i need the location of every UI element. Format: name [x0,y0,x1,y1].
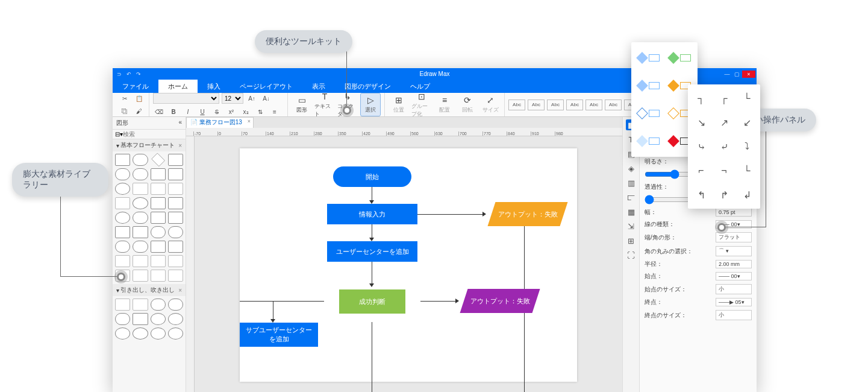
shape-item[interactable] [151,212,166,224]
shape-item[interactable] [133,154,148,166]
round-select[interactable]: ⌒ ▾ [716,246,752,256]
style-preset[interactable]: Abc [528,100,545,110]
shape-item[interactable] [115,197,130,209]
filter-icon[interactable]: ⊟▾ [115,131,123,138]
connector-style[interactable]: ↙ [737,112,757,133]
strip-layers2-icon[interactable]: ◈ [626,163,637,174]
node-output-fail-2[interactable]: アウトプット：失敗 [460,289,540,313]
shape-item[interactable] [168,313,183,325]
shape-item[interactable] [168,197,183,209]
shape-item[interactable] [133,168,148,180]
connector-style[interactable]: ┌ [714,88,734,109]
end-size-select[interactable]: 小 [716,310,752,320]
redo-icon[interactable]: ↷ [134,71,143,78]
connector-style[interactable]: ¬ [714,160,734,181]
copy-icon[interactable]: ⿻ [119,106,131,116]
shape-item[interactable] [151,270,166,282]
clear-format-icon[interactable]: ⌫ [153,106,165,117]
shape-item[interactable] [151,299,166,311]
shape-item[interactable] [168,270,183,282]
style-preset[interactable]: Abc [566,100,583,110]
strip-page-icon[interactable]: ▥ [626,177,637,188]
shape-item[interactable] [168,168,183,180]
menu-pagelayout[interactable]: ページレイアウト [230,80,302,93]
connector-style[interactable]: └ [737,160,757,181]
tool-align[interactable]: ≡配置 [434,93,455,116]
shape-item[interactable] [151,168,166,180]
section-callouts[interactable]: ▾ 引き出し、吹き出し × [113,284,186,296]
font-size-select[interactable]: 12 [222,93,243,104]
menu-view[interactable]: 表示 [302,80,335,93]
shape-item[interactable] [151,313,166,325]
node-output-fail-1[interactable]: アウトプット：失敗 [488,202,568,226]
shape-item[interactable] [133,313,148,325]
minimize-icon[interactable]: — [723,71,731,78]
strip-expand-icon[interactable]: ⛶ [626,250,637,261]
shape-item[interactable] [115,255,130,267]
document-tab[interactable]: 📄 業務フロー図13 [186,117,254,128]
subscript-icon[interactable]: x₂ [240,106,252,117]
palette-item[interactable] [635,46,663,70]
menu-insert[interactable]: 挿入 [198,80,230,93]
shape-item[interactable] [151,197,166,209]
spacing-icon[interactable]: ⇅ [254,106,266,117]
shape-item[interactable] [115,241,130,253]
tool-shape[interactable]: ▭図形 [292,93,312,116]
shape-item[interactable] [168,255,183,267]
connector-style[interactable]: ↱ [714,185,734,205]
shape-item[interactable] [168,299,183,311]
node-input[interactable]: 情報入力 [327,204,417,224]
style-preset[interactable]: Abc [605,100,622,110]
maximize-icon[interactable]: ▢ [732,71,741,78]
strip-arrange-icon[interactable]: ⊞ [626,235,637,246]
bold-icon[interactable]: B [167,106,180,117]
increase-font-icon[interactable]: A↑ [246,93,258,104]
shape-item[interactable] [151,183,166,195]
shape-item[interactable] [115,226,130,238]
connector-style[interactable]: ⤷ [692,136,711,157]
menu-file[interactable]: ファイル [113,80,158,93]
shape-item[interactable] [133,226,148,238]
shape-item[interactable] [151,327,166,340]
strike-icon[interactable]: S̶ [211,106,223,117]
italic-icon[interactable]: I [182,106,194,117]
connector-style[interactable]: ↲ [737,185,757,205]
tool-text[interactable]: Tテキスト [314,93,335,116]
shape-item[interactable] [115,154,130,166]
font-family-select[interactable] [153,93,219,104]
close-icon[interactable]: × [742,71,755,78]
node-sub-user[interactable]: サブユーザーセンターを追加 [240,323,318,347]
strip-chart-icon[interactable]: ⫍ [626,192,637,203]
width-select[interactable]: 0.75 pt [716,208,752,217]
shape-item[interactable] [115,327,130,340]
end-select[interactable]: ——▶ 05▾ [716,298,752,306]
connector-style[interactable]: ↘ [692,112,711,133]
tool-rotate[interactable]: ⟳回転 [457,93,478,116]
shape-item[interactable] [168,241,183,253]
shape-item[interactable] [115,299,130,311]
strip-export-icon[interactable]: ⇲ [626,221,637,232]
style-preset[interactable]: Abc [508,100,525,110]
shape-item[interactable] [133,270,148,282]
shape-item[interactable] [133,197,148,209]
radius-input[interactable]: 2.00 mm [716,260,752,268]
corner-select[interactable]: フラット [716,232,752,242]
shape-item[interactable] [133,183,148,195]
palette-item[interactable] [635,129,663,153]
shape-item[interactable] [151,226,166,238]
shape-item[interactable] [133,299,148,311]
shape-item[interactable] [168,327,183,340]
shape-item[interactable] [115,183,130,195]
node-add-user[interactable]: ユーザーセンターを追加 [327,241,417,262]
connector-style[interactable]: ⤵ [737,136,757,157]
start-select[interactable]: —— 00▾ [716,272,752,280]
shape-item[interactable] [133,212,148,224]
shape-item[interactable] [151,153,165,166]
tool-size[interactable]: ⤢サイズ [480,93,501,116]
bullets-icon[interactable]: ≡ [269,106,281,117]
shape-item[interactable] [168,212,183,224]
shape-item[interactable] [168,226,183,238]
palette-item[interactable] [635,74,663,98]
tool-position[interactable]: ⊞位置 [389,93,409,116]
connector-style[interactable]: ⤶ [714,136,734,157]
